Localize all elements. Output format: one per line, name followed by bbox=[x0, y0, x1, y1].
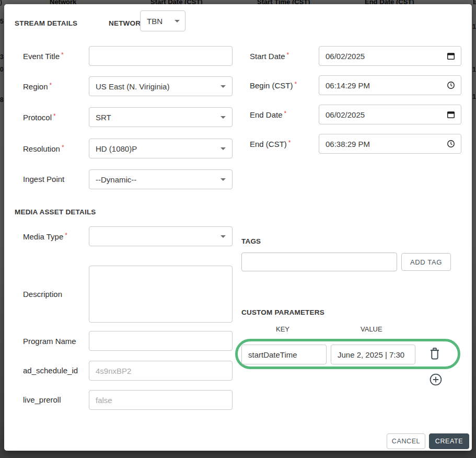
region-select[interactable]: US East (N. Viriginia) bbox=[89, 76, 233, 96]
region-label: Region* bbox=[23, 82, 52, 91]
resolution-select-value: HD (1080)P bbox=[89, 144, 220, 153]
description-label: Description bbox=[23, 290, 62, 299]
custom-param-value-input[interactable] bbox=[331, 345, 415, 364]
end-cst-input[interactable] bbox=[319, 134, 447, 153]
end-date-field-box bbox=[319, 105, 461, 124]
key-column-header: KEY bbox=[276, 325, 289, 333]
region-select-value: US East (N. Viriginia) bbox=[89, 82, 220, 91]
calendar-icon[interactable] bbox=[447, 110, 455, 119]
clock-icon[interactable] bbox=[447, 81, 455, 89]
end-cst-field-box bbox=[319, 134, 461, 154]
bg-fragment: 8 bbox=[0, 96, 4, 104]
protocol-select[interactable]: SRT bbox=[89, 107, 233, 127]
event-title-label: Event Title* bbox=[23, 51, 64, 61]
protocol-select-value: SRT bbox=[89, 113, 220, 122]
ad-schedule-id-field-box bbox=[89, 361, 233, 381]
add-tag-button[interactable]: ADD TAG bbox=[401, 253, 451, 271]
live-preroll-label: live_preroll bbox=[23, 395, 61, 404]
required-asterisk: * bbox=[287, 51, 289, 59]
chevron-down-icon bbox=[220, 85, 226, 88]
live-preroll-field-box bbox=[89, 390, 233, 410]
custom-param-key-input[interactable] bbox=[242, 345, 326, 364]
ad-schedule-id-label: ad_schedule_id bbox=[23, 366, 78, 375]
start-date-label: Start Date* bbox=[250, 51, 289, 61]
bg-fragment: 17 bbox=[472, 66, 476, 73]
network-select[interactable]: TBN bbox=[140, 10, 185, 31]
chevron-down-icon bbox=[220, 235, 226, 238]
end-date-input[interactable] bbox=[319, 105, 447, 124]
tag-field-box bbox=[241, 253, 397, 271]
bg-fragment: 0 bbox=[0, 66, 4, 73]
trash-icon bbox=[428, 347, 441, 361]
modal-title: STREAM DETAILS bbox=[15, 19, 77, 27]
bg-fragment: ) bbox=[0, 0, 4, 6]
ad-schedule-id-input[interactable] bbox=[89, 361, 232, 380]
program-name-input[interactable] bbox=[89, 331, 232, 350]
custom-param-value-box bbox=[331, 345, 415, 364]
create-button[interactable]: CREATE bbox=[429, 433, 469, 449]
begin-cst-label: Begin (CST)* bbox=[250, 81, 297, 90]
ingest-point-select[interactable]: --Dynamic-- bbox=[89, 169, 233, 189]
required-asterisk: * bbox=[295, 81, 297, 88]
program-name-field-box bbox=[89, 331, 233, 351]
chevron-down-icon bbox=[175, 20, 180, 22]
start-date-field-box bbox=[319, 46, 461, 66]
end-cst-label: End (CST)* bbox=[250, 139, 291, 148]
required-asterisk: * bbox=[65, 232, 67, 239]
start-date-input[interactable] bbox=[319, 47, 447, 65]
required-asterisk: * bbox=[61, 51, 64, 59]
resolution-select[interactable]: HD (1080)P bbox=[89, 139, 233, 158]
tags-heading: TAGS bbox=[241, 237, 261, 245]
chevron-down-icon bbox=[220, 178, 226, 181]
bg-fragment: 17 bbox=[472, 23, 476, 30]
custom-parameters-heading: CUSTOM PARAMETERS bbox=[241, 308, 324, 316]
delete-param-button[interactable] bbox=[427, 347, 442, 362]
required-asterisk: * bbox=[62, 144, 64, 151]
required-asterisk: * bbox=[284, 110, 287, 117]
chevron-down-icon bbox=[220, 116, 226, 119]
ingest-point-select-value: --Dynamic-- bbox=[89, 175, 220, 184]
event-title-input[interactable] bbox=[89, 47, 232, 65]
calendar-icon[interactable] bbox=[447, 52, 455, 60]
chevron-down-icon bbox=[220, 147, 226, 150]
event-title-field-box bbox=[89, 46, 233, 66]
required-asterisk: * bbox=[288, 139, 291, 146]
media-type-select[interactable] bbox=[89, 226, 233, 246]
required-asterisk: * bbox=[50, 82, 52, 89]
bg-fragment: 17 bbox=[472, 93, 476, 100]
protocol-label: Protocol* bbox=[23, 112, 56, 122]
begin-cst-field-box bbox=[319, 75, 461, 95]
end-date-label: End Date* bbox=[250, 110, 286, 119]
custom-param-key-box bbox=[241, 345, 327, 364]
value-column-header: VALUE bbox=[361, 325, 382, 333]
media-asset-details-heading: MEDIA ASSET DETAILS bbox=[15, 208, 96, 216]
bg-fragment: 3 bbox=[0, 53, 4, 61]
stream-details-modal: STREAM DETAILS NETWORK: TBN Event Title*… bbox=[4, 4, 472, 451]
description-textarea[interactable] bbox=[89, 266, 232, 322]
required-asterisk: * bbox=[53, 112, 56, 120]
ingest-point-label: Ingest Point bbox=[23, 175, 64, 184]
program-name-label: Program Name bbox=[23, 337, 76, 346]
live-preroll-input[interactable] bbox=[89, 391, 232, 409]
cancel-button[interactable]: CANCEL bbox=[387, 433, 425, 449]
description-field-box bbox=[89, 266, 233, 323]
bg-fragment: 5 bbox=[0, 18, 4, 25]
media-type-label: Media Type* bbox=[23, 232, 67, 241]
begin-cst-input[interactable] bbox=[319, 76, 447, 95]
bg-col-clipped: E bbox=[473, 0, 476, 6]
tag-input[interactable] bbox=[242, 253, 397, 271]
plus-circle-icon bbox=[429, 373, 442, 386]
resolution-label: Resolution* bbox=[23, 144, 64, 153]
network-select-value: TBN bbox=[141, 17, 175, 26]
clock-icon[interactable] bbox=[447, 140, 455, 148]
add-param-button[interactable] bbox=[429, 373, 443, 387]
